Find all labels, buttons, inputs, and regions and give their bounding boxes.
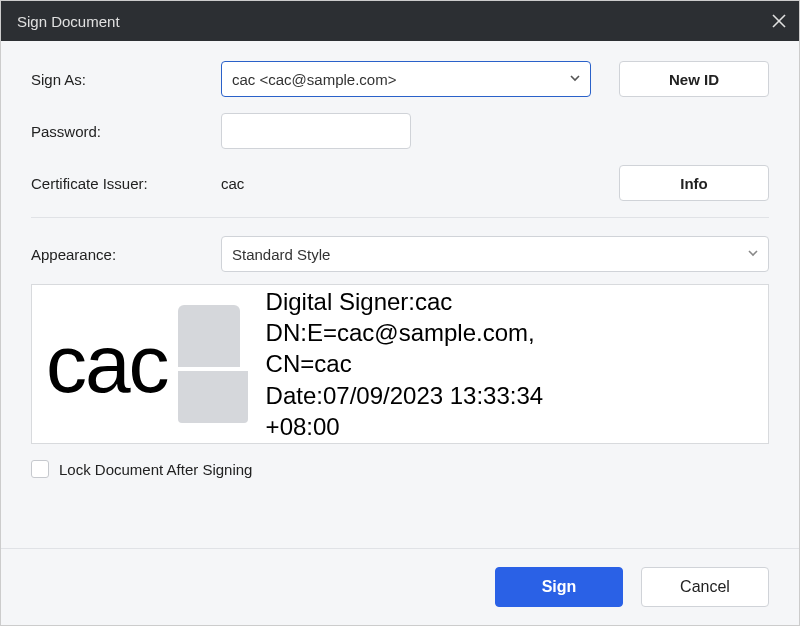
sign-as-label: Sign As: [31,71,221,88]
titlebar: Sign Document [1,1,799,41]
sign-button[interactable]: Sign [495,567,623,607]
preview-cn: CN=cac [266,348,544,379]
appearance-label: Appearance: [31,246,221,263]
cancel-button[interactable]: Cancel [641,567,769,607]
lock-label: Lock Document After Signing [59,461,252,478]
preview-date: Date:07/09/2023 13:33:34 [266,380,544,411]
signature-preview: cac Digital Signer:cac DN:E=cac@sample.c… [31,284,769,444]
info-button[interactable]: Info [619,165,769,201]
preview-left: cac [46,305,266,423]
sign-document-dialog: Sign Document Sign As: cac <cac@sample.c… [0,0,800,626]
dialog-content: Sign As: cac <cac@sample.com> New ID Pas… [1,41,799,548]
preview-name: cac [46,323,168,405]
dialog-footer: Sign Cancel [1,548,799,625]
sign-as-row: Sign As: cac <cac@sample.com> New ID [31,61,769,97]
divider [31,217,769,218]
appearance-value: Standard Style [232,246,330,263]
dialog-title: Sign Document [17,13,771,30]
new-id-button[interactable]: New ID [619,61,769,97]
cert-issuer-row: Certificate Issuer: cac Info [31,165,769,201]
preview-dn-email: DN:E=cac@sample.com, [266,317,544,348]
lock-after-signing-row: Lock Document After Signing [31,460,769,478]
appearance-row: Appearance: Standard Style [31,236,769,272]
preview-details: Digital Signer:cac DN:E=cac@sample.com, … [266,286,544,442]
password-row: Password: [31,113,769,149]
password-input[interactable] [221,113,411,149]
cert-issuer-label: Certificate Issuer: [31,175,221,192]
cert-issuer-value: cac [221,175,244,192]
sign-as-select[interactable]: cac <cac@sample.com> [221,61,591,97]
preview-signer: Digital Signer:cac [266,286,544,317]
close-icon[interactable] [771,13,787,29]
sign-as-value: cac <cac@sample.com> [232,71,396,88]
stamp-icon [178,305,248,423]
lock-checkbox[interactable] [31,460,49,478]
preview-tz: +08:00 [266,411,544,442]
appearance-select[interactable]: Standard Style [221,236,769,272]
password-label: Password: [31,123,221,140]
